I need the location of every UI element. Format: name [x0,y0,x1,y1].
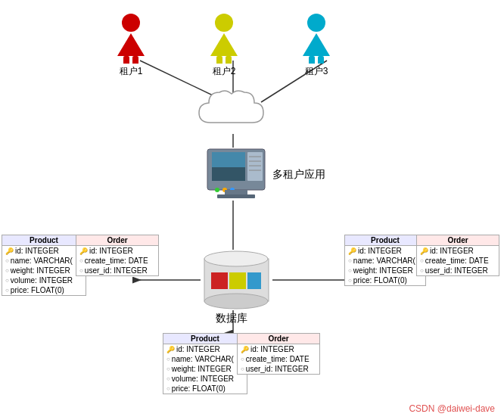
svg-rect-38 [229,272,246,289]
bottom-order-header: Order [238,334,319,344]
person-icon-3 [303,14,330,64]
right-product-table: Product 🔑id: INTEGER ○name: VARCHAR( ○we… [344,235,426,286]
left-product-header: Product [2,235,86,246]
svg-rect-19 [318,56,324,64]
svg-rect-33 [217,194,255,198]
watermark: CSDN @daiwei-dave [409,403,495,414]
bottom-order-row-2: ○create_time: DATE [238,354,319,364]
right-product-row-3: ○weight: INTEGER [345,266,425,275]
svg-rect-32 [225,190,247,194]
person-icon-1 [117,14,145,64]
right-product-row-2: ○name: VARCHAR( [345,256,425,266]
app-label: 多租户应用 [272,168,325,182]
svg-rect-16 [226,56,232,64]
svg-rect-37 [211,272,228,289]
database-icon [201,250,272,310]
tenant-1-label: 租户1 [120,65,143,78]
right-order-header: Order [417,235,499,246]
bottom-product-row-2: ○name: VARCHAR( [163,354,247,364]
svg-rect-12 [123,56,129,64]
svg-point-36 [204,294,268,309]
right-product-row-4: ○price: FLOAT(0) [345,275,425,285]
bottom-product-row-5: ○price: FLOAT(0) [163,384,247,394]
left-order-row-1: 🔑id: INTEGER [76,246,158,256]
left-product-row-2: ○name: VARCHAR( [2,256,86,266]
tenant-2-label: 租户2 [213,65,236,78]
db-label: 数据库 [216,312,247,325]
left-order-header: Order [76,235,158,246]
bottom-product-table: Product 🔑id: INTEGER ○name: VARCHAR( ○we… [163,333,247,394]
left-order-row-3: ○user_id: INTEGER [76,266,158,275]
left-product-row-5: ○price: FLOAT(0) [2,285,86,295]
left-product-row-3: ○weight: INTEGER [2,266,86,275]
cloud-icon [195,85,278,134]
bottom-order-row-1: 🔑id: INTEGER [238,344,319,354]
svg-rect-39 [247,272,261,289]
tenant-2: 租户2 [210,14,238,78]
left-order-table: Order 🔑id: INTEGER ○create_time: DATE ○u… [76,235,159,276]
right-order-row-2: ○create_time: DATE [417,256,499,266]
bottom-order-table: Order 🔑id: INTEGER ○create_time: DATE ○u… [237,333,320,375]
diagram: 租户1 租户2 租户3 [0,0,504,420]
svg-rect-22 [212,152,245,167]
right-order-row-1: 🔑id: INTEGER [417,246,499,256]
svg-point-29 [215,188,219,192]
svg-rect-15 [216,56,222,64]
bottom-product-row-3: ○weight: INTEGER [163,364,247,374]
svg-marker-14 [210,33,238,56]
left-product-row-4: ○volume: INTEGER [2,275,86,285]
right-order-table: Order 🔑id: INTEGER ○create_time: DATE ○u… [416,235,499,276]
person-icon-2 [210,14,238,64]
svg-rect-23 [212,167,245,181]
svg-rect-18 [309,56,315,64]
right-order-row-3: ○user_id: INTEGER [417,266,499,275]
svg-marker-11 [117,33,145,56]
left-order-row-2: ○create_time: DATE [76,256,158,266]
svg-point-35 [204,251,268,266]
bottom-product-header: Product [163,334,247,344]
tenant-3: 租户3 [303,14,330,78]
right-product-row-1: 🔑id: INTEGER [345,246,425,256]
svg-marker-17 [303,33,330,56]
server-monitor [206,148,266,201]
tenant-1: 租户1 [117,14,145,78]
svg-rect-13 [132,56,138,64]
right-product-header: Product [345,235,425,246]
bottom-product-row-4: ○volume: INTEGER [163,374,247,384]
bottom-product-row-1: 🔑id: INTEGER [163,344,247,354]
left-product-table: Product 🔑id: INTEGER ○name: VARCHAR( ○we… [2,235,86,296]
left-product-row-1: 🔑id: INTEGER [2,246,86,256]
tenant-3-label: 租户3 [305,65,328,78]
bottom-order-row-3: ○user_id: INTEGER [238,364,319,374]
